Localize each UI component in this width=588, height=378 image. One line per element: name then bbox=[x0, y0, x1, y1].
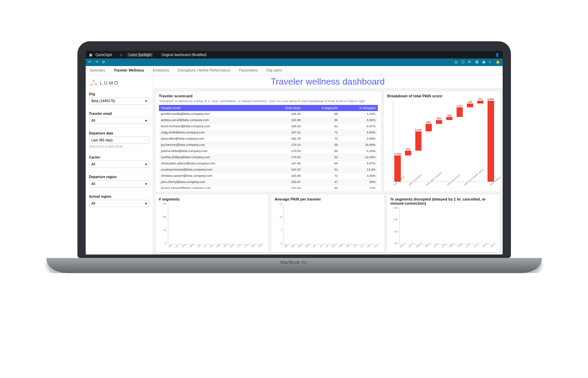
app-logo-icon: ▣ bbox=[89, 53, 92, 57]
table-row[interactable]: jessica.bennett@beta.company.com162.6449… bbox=[159, 185, 378, 189]
chevron-down-icon: ▾ bbox=[145, 99, 147, 103]
lumo-logo-icon bbox=[89, 78, 98, 87]
save-icon[interactable]: 🖫 bbox=[475, 60, 479, 64]
avg-pain-chart[interactable]: 151050Mar …Apr …May …May …Jun …Jul …Jul … bbox=[275, 203, 381, 249]
dashboard-tabs: SummaryTraveler WellnessEmissionsDisrupt… bbox=[86, 66, 503, 75]
table-row[interactable]: joy.harmon@beta.company.com179.145816.66… bbox=[159, 142, 378, 148]
bell-icon[interactable]: 🔔 bbox=[496, 60, 500, 64]
filter-departure-region: Departure region All▾ bbox=[89, 175, 149, 191]
print-icon[interactable]: 🖶 bbox=[482, 60, 486, 64]
undo-icon[interactable]: ↶ bbox=[88, 60, 93, 64]
export-icon[interactable]: ⇱ bbox=[468, 60, 472, 64]
scorecard-table[interactable]: Traveler emailPAIN score# segments% disr… bbox=[159, 105, 378, 189]
panel-breakdown: Breakdown of total PAIN score 2,7345132,… bbox=[384, 91, 501, 192]
quicksight-toolbar: ↶ ↷ ⟳ ◷ ☐ ⇱ 🖫 🖶 < 🔔 bbox=[86, 58, 503, 66]
waterfall-chart[interactable]: 2,7345132,0108073833231,0174242728,483pa… bbox=[387, 99, 497, 189]
filter-departure-date: Departure date Last 365 days 2022-03-23 … bbox=[89, 131, 149, 152]
table-row[interactable]: craig.smith@beta.company.com187.21715.55… bbox=[159, 129, 378, 136]
email-select[interactable]: All▾ bbox=[89, 117, 149, 124]
table-row[interactable]: courtney.herrera@beta.company.com164.325… bbox=[159, 166, 378, 173]
brand: LUMO bbox=[89, 77, 149, 89]
table-row[interactable]: kevin.morrison@beta.company.com190.23619… bbox=[159, 123, 378, 129]
chevron-down-icon: ▾ bbox=[145, 182, 147, 186]
org-select[interactable]: Beta (1449175) ▾ bbox=[89, 97, 149, 105]
tab-parameters[interactable]: Parameters bbox=[235, 66, 262, 75]
filter-sidebar: LUMO Org Beta (1449175) ▾ Traveler email… bbox=[86, 75, 153, 255]
chevron-down-icon: ▾ bbox=[145, 119, 147, 122]
camera-notch bbox=[274, 46, 315, 49]
table-row[interactable]: john.cherry@beta.company.com163.974725% bbox=[159, 179, 378, 185]
pct-disrupted-chart[interactable]: 30%20%10%0%Mar 2…Apr 1…May 1…May 2…Jun 2… bbox=[391, 207, 497, 249]
chevron-down-icon: ▾ bbox=[145, 162, 147, 166]
table-row[interactable]: andrea.carroll@beta.company.com192.99668… bbox=[159, 117, 378, 123]
table-row[interactable]: joanna.white@beta.company.com170.53806.2… bbox=[159, 148, 378, 154]
screen: ▣ QuickSight | ☆ Lumo Spotlight / Origin… bbox=[86, 51, 503, 255]
breadcrumb-doc[interactable]: Original dashboard (Modified) bbox=[161, 53, 207, 57]
page-title: Traveler wellness dashboard bbox=[271, 76, 385, 87]
user-icon[interactable]: 👤 bbox=[495, 53, 499, 57]
redo-icon[interactable]: ↷ bbox=[95, 60, 99, 64]
bookmark-icon[interactable]: ☐ bbox=[461, 60, 466, 64]
laptop-deck: MacBook Air bbox=[46, 258, 542, 273]
tab-emissions[interactable]: Emissions bbox=[149, 66, 174, 75]
filter-carrier: Carrier All▾ bbox=[89, 155, 149, 172]
segments-chart[interactable]: 150100500Mar …Apr …May …May …Jun …Jul …J… bbox=[159, 203, 265, 249]
quicksight-titlebar: ▣ QuickSight | ☆ Lumo Spotlight / Origin… bbox=[86, 51, 503, 58]
panel-pct-disrupted: % segments disrupted (delayed by 1 hr, c… bbox=[387, 194, 501, 252]
table-row[interactable]: christina.sawyer@beta.company.com163.987… bbox=[159, 173, 378, 179]
carrier-select[interactable]: All▾ bbox=[89, 161, 149, 168]
table-row[interactable]: jennifer.bonilla@beta.company.com194.346… bbox=[159, 111, 378, 117]
departure-region-select[interactable]: All▾ bbox=[89, 180, 149, 187]
arrival-region-select[interactable]: All▾ bbox=[89, 200, 149, 207]
panel-segments: # segments 150100500Mar …Apr …May …May …… bbox=[155, 194, 269, 252]
tab-traveler-wellness[interactable]: Traveler Wellness bbox=[109, 66, 149, 75]
tab-org-users[interactable]: Org users bbox=[262, 66, 287, 75]
laptop-frame: ▣ QuickSight | ☆ Lumo Spotlight / Origin… bbox=[77, 41, 511, 273]
tab-summary[interactable]: Summary bbox=[86, 66, 110, 75]
hero-bar: Traveler wellness dashboard bbox=[153, 75, 503, 89]
filter-email: Traveler email All▾ bbox=[89, 112, 149, 128]
breadcrumb-project[interactable]: Lumo Spotlight bbox=[126, 53, 153, 57]
chevron-down-icon: ▾ bbox=[145, 202, 147, 205]
tab-disruptions-airline-performance[interactable]: Disruptions / Airline Performance bbox=[174, 66, 235, 75]
departure-date-select[interactable]: Last 365 days bbox=[89, 137, 149, 144]
star-icon[interactable]: ☆ bbox=[120, 53, 123, 57]
share-icon[interactable]: < bbox=[489, 60, 493, 64]
device-label: MacBook Air bbox=[280, 260, 307, 265]
panel-avg-pain: Average PAIN per traveler 151050Mar …Apr… bbox=[271, 194, 385, 252]
brand-text: LUMO bbox=[100, 80, 119, 86]
app-name: QuickSight bbox=[96, 53, 112, 57]
refresh-icon[interactable]: ⟳ bbox=[102, 60, 106, 64]
table-row[interactable]: cynthia.phillips@beta.company.com170.035… bbox=[159, 154, 378, 160]
clock-icon[interactable]: ◷ bbox=[455, 60, 459, 64]
filter-org: Org Beta (1449175) ▾ bbox=[89, 92, 149, 108]
table-row[interactable]: barry.allen@beta.company.com182.78722.56… bbox=[159, 136, 378, 142]
table-row[interactable]: christopher.adams@beta.company.com167.48… bbox=[159, 160, 378, 166]
filter-arrival-region: Arrival region All▾ bbox=[89, 195, 149, 207]
panel-scorecard: Traveler scorecard "Disrupted" is define… bbox=[155, 91, 382, 192]
